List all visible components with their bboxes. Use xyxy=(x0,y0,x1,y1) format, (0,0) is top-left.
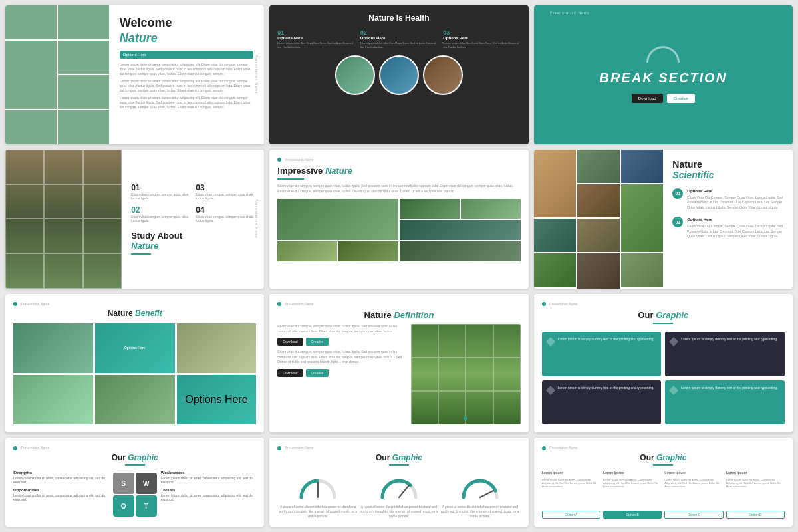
download-button[interactable]: Download xyxy=(632,94,663,103)
def-grid-cell xyxy=(493,391,521,424)
slide-nature-health: Nature Is Health 01 Options Here Lorem i… xyxy=(269,5,528,144)
def-body-2: Etiam vitae dui congue, semper quas vita… xyxy=(277,350,406,365)
photo-5 xyxy=(621,184,664,252)
pres-name-text: Presentation Name xyxy=(285,302,314,306)
download-button[interactable]: Download xyxy=(277,338,303,346)
btn-row-2: Download Creative xyxy=(277,369,406,377)
our-label: Our xyxy=(376,453,390,462)
option-d-button[interactable]: Option D xyxy=(726,511,785,519)
pres-name-row: Presentation Name xyxy=(277,302,520,307)
slide-our-graphic-swot: Presentation Name Our Graphic Strengths … xyxy=(5,438,264,527)
swot-opportunities: Opportunities Lorem ipsum dolor sit amet… xyxy=(13,488,109,501)
tree-image xyxy=(5,150,122,289)
circle-image-2 xyxy=(379,55,419,95)
opt-label-1: Options Here xyxy=(122,343,148,352)
gauge-text-2: A piece of some distant info has power t… xyxy=(358,505,440,519)
gauge-svg-2 xyxy=(376,471,422,501)
our-label: Our xyxy=(112,453,126,462)
option-b-button[interactable]: Option B xyxy=(603,511,662,519)
opt-title-3: Options Here xyxy=(443,36,520,40)
swot-w-text: Lorem ipsum dolor sit amet, consectetur … xyxy=(161,476,257,484)
def-left-col: Etiam vitae dui congue, semper quas vita… xyxy=(277,324,406,424)
opt-label-2: Options Here xyxy=(185,394,247,406)
card-text-3: Lorem ipsum is simply dummy text of the … xyxy=(558,386,654,391)
button-row: Download Creative xyxy=(632,94,695,103)
grid-cell xyxy=(44,150,82,184)
pres-dot xyxy=(542,11,546,15)
col-a-label: Lorem Ipsum xyxy=(542,471,600,475)
def-grid-cell xyxy=(466,358,493,391)
grid-cell xyxy=(83,184,122,219)
sci-item-1: 01 Options Here Etiam Vitae Dui Congue, … xyxy=(672,188,783,211)
nature-label: Nature xyxy=(672,159,783,170)
download-button-2[interactable]: Download xyxy=(277,369,303,377)
creative-button[interactable]: Creative xyxy=(306,338,329,346)
graphic-highlight: Graphic xyxy=(656,453,686,462)
circle-image-1 xyxy=(335,55,375,95)
def-grid-cell xyxy=(466,324,493,357)
opt-title-2: Options Here xyxy=(360,36,438,40)
grid-cell xyxy=(83,150,122,184)
nature-image-7 xyxy=(58,110,109,144)
opt-text-2: Lorem ipsum dolor. Nec Cond Nam Turm. Se… xyxy=(360,41,438,49)
diamond-icon-3 xyxy=(546,386,555,395)
sci-item-2: 02 Options Here Etiam Vitae Dui Congue, … xyxy=(672,217,783,239)
graphic-highlight: Graphic xyxy=(128,453,158,462)
option-a-button[interactable]: Option A xyxy=(542,511,600,519)
photo-10 xyxy=(621,253,664,287)
benefit-title: Nature Benefit xyxy=(13,309,256,318)
option-col-d: Lorem Ipsum Lorem Ipsum Dolor Sit Amet, … xyxy=(726,471,785,519)
diamond-icon-2 xyxy=(669,337,678,346)
our-label: Our xyxy=(640,453,654,462)
swot-layout: Strengths Lorem ipsum dolor sit amet, co… xyxy=(13,471,256,519)
pres-name-text: Presentation Name xyxy=(285,158,314,162)
def-grid-cell xyxy=(438,324,466,357)
mosaic-cell-4 xyxy=(400,220,521,240)
grid-cell xyxy=(44,184,82,219)
opt-num-3: 03 xyxy=(443,29,520,36)
slide-content: Welcome Nature Options Here Lorem ipsum … xyxy=(109,5,265,144)
image-grid-overlay xyxy=(411,324,520,424)
grid-cell xyxy=(83,219,122,253)
definition-content: Etiam vitae dui congue, semper quas vita… xyxy=(277,324,520,424)
benefit-cell-6: Options Here xyxy=(177,375,257,425)
num-item-2: 02 Etiam vitae congue, semper quas vitae… xyxy=(131,205,190,223)
swot-o-label: Opportunities xyxy=(13,488,109,492)
swot-o-text: Lorem ipsum dolor sit amet, consectetur … xyxy=(13,493,109,501)
hex-t: T xyxy=(136,495,157,517)
slide-content: 01 Etiam vitae congue, semper quas vitae… xyxy=(122,150,264,289)
study-label: Study About xyxy=(131,231,255,241)
opt-text-3: Lorem ipsum dolor. Nec Cond Nam Turm. Se… xyxy=(443,41,520,49)
nature-image-1 xyxy=(5,5,57,39)
num-desc-1: Etiam vitae congue, semper quas vitae, l… xyxy=(131,192,190,200)
mosaic-cell-6 xyxy=(338,241,398,261)
creative-button-2[interactable]: Creative xyxy=(306,369,329,377)
option-col-c: Lorem Ipsum Lorem Ipsum Dolor Sit Amet, … xyxy=(664,471,723,519)
benefit-cell-3 xyxy=(177,323,257,373)
slide-break-section: Presentation Name BREAK SECTION Download… xyxy=(534,5,793,144)
slide-our-graphic-cards: Presentation Name Our Graphic Lorem ipsu… xyxy=(534,294,793,433)
def-grid-cell xyxy=(411,391,438,424)
nature-title: Nature xyxy=(120,31,254,45)
pres-name-text: Presentation Name xyxy=(21,446,49,450)
num-desc-2: Etiam vitae congue, semper quas vitae, l… xyxy=(131,215,190,223)
swot-left-col: Strengths Lorem ipsum dolor sit amet, co… xyxy=(13,471,109,519)
pres-dot xyxy=(277,446,281,450)
nature-image-6 xyxy=(5,110,57,144)
creative-button[interactable]: Creative xyxy=(667,94,695,103)
title-underline xyxy=(125,464,145,466)
gauge-svg-1 xyxy=(295,471,341,501)
arch-decoration xyxy=(646,46,680,63)
col-b-label: Lorem Ipsum xyxy=(603,471,662,475)
pres-name-row: Presentation Name xyxy=(542,302,785,307)
gauges-row: A piece of some distant info has power t… xyxy=(277,471,520,519)
nature-image-2 xyxy=(58,5,109,39)
option-c-button[interactable]: Option C xyxy=(664,511,723,519)
body-text: Etiam vitae dui congue, semper quas vita… xyxy=(277,184,520,194)
sci-num-2: 02 xyxy=(672,217,683,227)
impressive-title: Impressive Nature xyxy=(277,166,520,176)
pres-name-text: Presentation Name xyxy=(549,446,578,450)
num-desc-4: Etiam vitae congue, semper quas vitae, l… xyxy=(196,215,255,223)
swot-threats: Threats Lorem ipsum dolor sit amet, cons… xyxy=(161,488,257,501)
options-box: Options Here xyxy=(120,51,254,59)
